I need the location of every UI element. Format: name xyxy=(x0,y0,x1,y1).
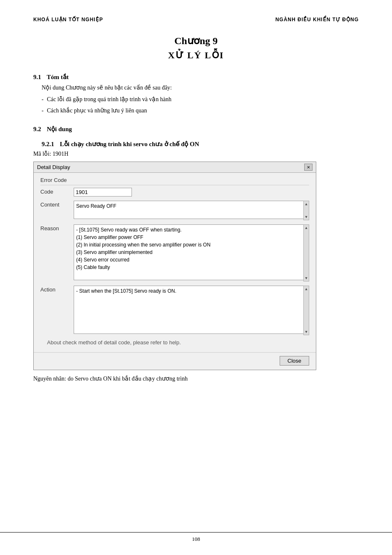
page-footer: 108 xyxy=(0,532,392,543)
dialog-error-code-section: Error Code xyxy=(40,177,309,185)
section-91-title: 9.1 Tóm tắt xyxy=(33,73,359,81)
dialog-content-label: Content xyxy=(40,201,74,208)
dialog-action-wrapper: ▲ ▼ xyxy=(74,286,309,335)
page-header: KHOÁ LUẬN TỐT NGHIỆP NGÀNH ĐIỀU KHIỂN TỰ… xyxy=(33,17,359,22)
reason-scrollbar: ▲ ▼ xyxy=(303,224,309,281)
section-921-label: Lỗi chạy chương trình khi servo chưa ở c… xyxy=(60,141,199,147)
dialog-reason-label: Reason xyxy=(40,224,74,231)
header-left: KHOÁ LUẬN TỐT NGHIỆP xyxy=(33,17,103,22)
section-92-label: Nội dung xyxy=(47,126,72,132)
section-921-title: 9.2.1 Lỗi chạy chương trình khi servo ch… xyxy=(42,140,359,148)
dialog-footer-note: About check method of detail code, pleas… xyxy=(47,339,309,346)
dialog-titlebar: Detail Display × xyxy=(34,162,316,173)
dialog-content-wrapper: ▲ ▼ xyxy=(74,201,309,220)
section-91-label: Tóm tắt xyxy=(47,74,69,80)
content-scrollbar: ▲ ▼ xyxy=(303,201,309,220)
bullet-dash-1: - xyxy=(42,95,44,104)
header-right: NGÀNH ĐIỀU KHIỂN TỰ ĐỘNG xyxy=(275,17,359,22)
section-91-number: 9.1 xyxy=(33,74,41,81)
action-scroll-up-arrow: ▲ xyxy=(305,286,308,292)
dialog-code-input[interactable] xyxy=(74,188,132,197)
dialog-code-field xyxy=(74,188,309,197)
dialog-reason-row: Reason ▲ ▼ xyxy=(40,224,309,281)
section-92-title: 9.2 Nội dung xyxy=(33,125,359,133)
dialog-action-row: Action ▲ ▼ xyxy=(40,286,309,335)
dialog-code-label: Code xyxy=(40,188,74,195)
dialog-footer: Close xyxy=(34,352,316,370)
section-921-number: 9.2.1 xyxy=(42,141,54,148)
scroll-down-arrow: ▼ xyxy=(305,214,308,220)
dialog-content-row: Content ▲ ▼ xyxy=(40,201,309,220)
chapter-title: Chương 9 xyxy=(33,35,359,47)
dialog-title-text: Detail Display xyxy=(37,164,70,170)
reason-scroll-up-arrow: ▲ xyxy=(305,225,308,231)
section-91-intro: Nội dung Chương này sẽ nêu bật các vấn đ… xyxy=(42,83,359,92)
dialog-reason-textarea[interactable] xyxy=(74,224,309,280)
chapter-subtitle: XỬ LÝ LỖI xyxy=(33,50,359,61)
bullet-text-2: Cách khắc phục và những lưu ý liên quan xyxy=(47,106,147,115)
page: KHOÁ LUẬN TỐT NGHIỆP NGÀNH ĐIỀU KHIỂN TỰ… xyxy=(0,0,392,555)
dialog-content-textarea[interactable] xyxy=(74,201,309,219)
cause-text: Nguyên nhân: do Servo chưa ON khi bắt đầ… xyxy=(33,374,359,383)
dialog-window: Detail Display × Error Code Code Content xyxy=(33,162,316,370)
dialog-reason-wrapper: ▲ ▼ xyxy=(74,224,309,281)
dialog-code-row: Code xyxy=(40,188,309,197)
reason-scroll-down-arrow: ▼ xyxy=(305,275,308,281)
bullet-dash-2: - xyxy=(42,106,44,115)
bullet-item-2: - Cách khắc phục và những lưu ý liên qua… xyxy=(42,106,359,115)
page-number: 108 xyxy=(192,536,200,542)
action-scrollbar: ▲ ▼ xyxy=(303,286,309,335)
action-scroll-down-arrow: ▼ xyxy=(305,329,308,335)
bullet-item-1: - Các lỗi đã gặp trong quá trình lập trì… xyxy=(42,95,359,104)
dialog-action-textarea[interactable] xyxy=(74,286,309,334)
bullet-text-1: Các lỗi đã gặp trong quá trình lập trình… xyxy=(47,95,171,104)
section-92-number: 9.2 xyxy=(33,126,41,133)
error-code-label: Mã lỗi: 1901H xyxy=(33,150,359,157)
dialog-action-label: Action xyxy=(40,286,74,293)
close-button[interactable]: Close xyxy=(280,356,309,366)
dialog-body: Error Code Code Content ▲ ▼ xyxy=(34,173,316,352)
scroll-up-arrow: ▲ xyxy=(305,201,308,207)
dialog-close-x-button[interactable]: × xyxy=(304,164,313,171)
